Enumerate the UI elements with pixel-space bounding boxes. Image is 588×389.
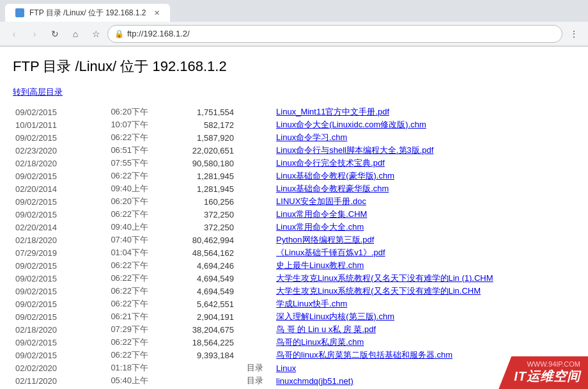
file-time: 01:04下午: [108, 246, 166, 259]
file-date: 07/29/2019: [13, 246, 108, 259]
table-row: 02/23/202006:51下午22,020,651Linux命令行与shel…: [13, 144, 575, 157]
file-type: [244, 144, 274, 157]
file-link[interactable]: Python网络编程第三版.pdf: [276, 235, 374, 244]
file-time: 07:29下午: [108, 323, 166, 336]
file-name[interactable]: 深入理解Linux内核(第三版).chm: [274, 310, 575, 323]
file-link[interactable]: Linux基础命令教程豪华版.chm: [276, 184, 389, 193]
file-size: 1,281,945: [166, 170, 244, 182]
file-name[interactable]: Linux基础命令教程(豪华版).chm: [274, 170, 575, 182]
browser-tab[interactable]: FTP 目录 /Linux/ 位于 192.168.1.2 ✕: [5, 4, 170, 22]
table-row: 09/02/201506:22下午5,642,551学成Linux快手.chm: [13, 298, 575, 310]
url-text: ftp://192.168.1.2/: [127, 29, 190, 38]
file-time: 01:18下午: [108, 361, 166, 374]
file-link[interactable]: 《Linux基础千锤百炼v1》.pdf: [276, 248, 385, 257]
file-link[interactable]: 鸟 哥 的 Lin u x私 房 菜.pdf: [276, 324, 376, 334]
tab-favicon: [15, 8, 24, 17]
file-name[interactable]: 《Linux基础千锤百炼v1》.pdf: [274, 246, 575, 259]
file-time: 06:20下午: [108, 106, 166, 118]
file-name[interactable]: 学成Linux快手.chm: [274, 298, 575, 310]
file-type: [244, 208, 274, 221]
file-date: 10/01/2011: [13, 118, 108, 131]
file-size: 372,250: [166, 208, 244, 221]
file-name[interactable]: 大学生攻克Linux系统教程(又名天下没有难学的Lin.CHM: [274, 285, 575, 298]
file-link[interactable]: 鸟哥的Linux私房菜.chm: [276, 337, 364, 347]
watermark-title-text: IT运维空间: [514, 369, 580, 383]
file-link[interactable]: Linux常用命令全集.CHM: [276, 209, 367, 219]
file-name[interactable]: Linux命令学习.chm: [274, 131, 575, 144]
file-size: 1,751,554: [166, 106, 244, 118]
file-time: 06:22下午: [108, 208, 166, 221]
file-link[interactable]: 史上最牛Linux教程.chm: [276, 260, 364, 270]
file-date: 09/02/2015: [13, 195, 108, 208]
file-name[interactable]: Linux常用命令全集.CHM: [274, 208, 575, 221]
file-name[interactable]: Linux常用命令大全.chm: [274, 221, 575, 234]
file-name[interactable]: Linux命令大全(Linuxidc.com修改版).chm: [274, 118, 575, 131]
file-link[interactable]: linuxchmdq(jb51.net): [276, 376, 353, 386]
file-link[interactable]: Linux常用命令大全.chm: [276, 222, 364, 232]
file-time: 06:22下午: [108, 131, 166, 144]
file-time: 06:22下午: [108, 336, 166, 349]
home-button[interactable]: ⌂: [66, 25, 84, 43]
file-name[interactable]: 鸟哥的Linux私房菜.chm: [274, 336, 575, 349]
file-type: [244, 259, 274, 272]
file-time: 06:22下午: [108, 298, 166, 310]
file-name[interactable]: 大学生攻克Linux系统教程(又名天下没有难学的Lin (1).CHM: [274, 272, 575, 285]
file-size: 22,020,651: [166, 144, 244, 157]
page-title: FTP 目录 /Linux/ 位于 192.168.1.2: [13, 57, 575, 76]
file-time: 06:21下午: [108, 310, 166, 323]
file-link[interactable]: 深入理解Linux内核(第三版).chm: [276, 312, 394, 321]
file-link[interactable]: Linux基础命令教程(豪华版).chm: [276, 171, 394, 180]
file-link[interactable]: Linux_Mint11官方中文手册.pdf: [276, 107, 389, 116]
table-row: 02/20/201409:40上午372,250Linux常用命令大全.chm: [13, 221, 575, 234]
file-date: 02/20/2014: [13, 221, 108, 234]
file-link[interactable]: 鸟哥的linux私房菜第二版包括基础和服务器.chm: [276, 350, 453, 360]
file-date: 09/02/2015: [13, 349, 108, 361]
file-name[interactable]: LINUX安全加固手册.doc: [274, 195, 575, 208]
file-link[interactable]: Linux: [276, 363, 296, 373]
file-date: 09/02/2015: [13, 106, 108, 118]
file-size: 80,462,994: [166, 234, 244, 246]
file-name[interactable]: Linux命令行完全技术宝典.pdf: [274, 157, 575, 170]
file-name[interactable]: 鸟 哥 的 Lin u x私 房 菜.pdf: [274, 323, 575, 336]
file-name[interactable]: Linux基础命令教程豪华版.chm: [274, 182, 575, 195]
file-link[interactable]: 大学生攻克Linux系统教程(又名天下没有难学的Lin (1).CHM: [276, 273, 493, 283]
file-name[interactable]: Linux_Mint11官方中文手册.pdf: [274, 106, 575, 118]
file-date: 09/02/2015: [13, 208, 108, 221]
file-type: [244, 272, 274, 285]
menu-button[interactable]: ⋮: [565, 25, 583, 43]
file-link[interactable]: Linux命令行完全技术宝典.pdf: [276, 158, 385, 168]
file-size: 9,393,184: [166, 349, 244, 361]
table-row: 09/02/201506:22下午4,694,549大学生攻克Linux系统教程…: [13, 272, 575, 285]
file-size: 582,172: [166, 118, 244, 131]
file-time: 06:22下午: [108, 259, 166, 272]
file-type: 目录: [244, 374, 274, 387]
file-link[interactable]: 学成Linux快手.chm: [276, 299, 347, 308]
file-link[interactable]: Linux命令大全(Linuxidc.com修改版).chm: [276, 120, 426, 129]
bookmark-button[interactable]: ☆: [87, 25, 105, 43]
nav-bar: ‹ › ↻ ⌂ ☆ 🔒 ftp://192.168.1.2/ ⋮: [0, 22, 588, 46]
file-date: 09/02/2015: [13, 259, 108, 272]
file-name[interactable]: 史上最牛Linux教程.chm: [274, 259, 575, 272]
table-row: 09/02/201506:22下午372,250Linux常用命令全集.CHM: [13, 208, 575, 221]
file-name[interactable]: Linux命令行与shell脚本编程大全.第3版.pdf: [274, 144, 575, 157]
file-type: [244, 246, 274, 259]
file-date: 09/02/2015: [13, 170, 108, 182]
forward-button[interactable]: ›: [26, 25, 43, 43]
url-bar[interactable]: 🔒 ftp://192.168.1.2/: [107, 25, 562, 43]
file-link[interactable]: 大学生攻克Linux系统教程(又名天下没有难学的Lin.CHM: [276, 286, 481, 296]
back-button[interactable]: ‹: [5, 25, 23, 43]
back-to-parent-link[interactable]: 转到高层目录: [13, 86, 63, 98]
browser-chrome: FTP 目录 /Linux/ 位于 192.168.1.2 ✕ ‹ › ↻ ⌂ …: [0, 0, 588, 47]
file-link[interactable]: Linux命令行与shell脚本编程大全.第3版.pdf: [276, 145, 433, 155]
table-row: 02/11/202005:40上午目录linuxchmdq(jb51.net): [13, 374, 575, 387]
file-name[interactable]: Python网络编程第三版.pdf: [274, 234, 575, 246]
file-date: 02/11/2020: [13, 374, 108, 387]
tab-close-button[interactable]: ✕: [154, 9, 160, 17]
file-listing-table: 09/02/201506:20下午1,751,554Linux_Mint11官方…: [13, 106, 575, 389]
file-time: 06:22下午: [108, 349, 166, 361]
table-row: 09/02/201506:22下午1,281,945Linux基础命令教程(豪华…: [13, 170, 575, 182]
file-link[interactable]: LINUX安全加固手册.doc: [276, 196, 366, 206]
reload-button[interactable]: ↻: [46, 25, 64, 43]
file-date: 02/23/2020: [13, 144, 108, 157]
file-link[interactable]: Linux命令学习.chm: [276, 132, 347, 142]
